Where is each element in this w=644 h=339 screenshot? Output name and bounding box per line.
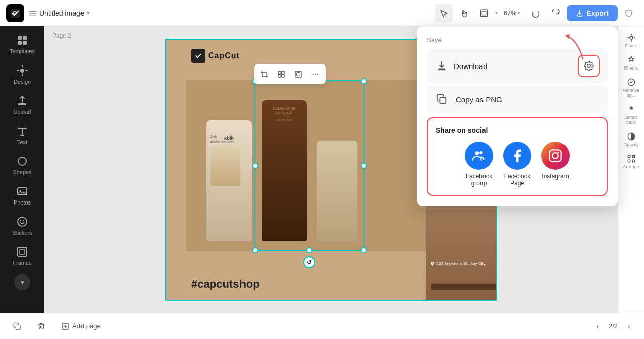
- svg-rect-29: [632, 155, 635, 158]
- canvas-logo-icon: [191, 49, 205, 63]
- copy-png-icon: [435, 92, 449, 106]
- download-row[interactable]: Download: [427, 49, 608, 83]
- svg-point-37: [479, 151, 482, 154]
- context-toolbar: ···: [254, 64, 326, 84]
- svg-rect-34: [438, 69, 446, 71]
- svg-rect-22: [282, 74, 284, 77]
- sidebar-item-stickers[interactable]: Stickers: [3, 212, 41, 240]
- delete-button[interactable]: [32, 319, 50, 333]
- sidebar-item-upload[interactable]: Upload: [3, 91, 41, 119]
- zoom-control[interactable]: 67% ▾: [500, 7, 524, 19]
- svg-rect-21: [278, 74, 281, 77]
- copy-button[interactable]: [8, 319, 26, 333]
- copy-png-label: Copy as PNG: [456, 95, 502, 104]
- svg-rect-24: [297, 72, 300, 76]
- svg-rect-17: [20, 249, 25, 254]
- svg-rect-5: [23, 36, 27, 40]
- canvas-brown-bar: [431, 284, 496, 290]
- undo-button[interactable]: [526, 4, 544, 22]
- svg-point-13: [18, 217, 27, 226]
- product-image-3: [317, 141, 357, 241]
- select-tool-button[interactable]: [435, 4, 453, 22]
- share-social-label: Share on social: [436, 126, 599, 134]
- sidebar-item-shapes[interactable]: Shapes: [3, 151, 41, 179]
- hand-tool-button[interactable]: [455, 4, 473, 22]
- rsb-opacity[interactable]: Opacity: [621, 129, 642, 150]
- file-title[interactable]: Untitled image ▾: [28, 9, 90, 18]
- facebook-page-button[interactable]: FacebookPage: [503, 142, 531, 187]
- page-indicator: 2/2: [609, 322, 618, 330]
- prev-page-button[interactable]: ‹: [591, 319, 605, 333]
- sidebar-collapse-button[interactable]: ▾: [14, 274, 30, 290]
- instagram-icon: [541, 142, 570, 170]
- instagram-button[interactable]: Instagram: [541, 142, 570, 187]
- svg-point-25: [630, 36, 633, 39]
- sidebar-item-text[interactable]: Text: [3, 121, 41, 149]
- add-page-button[interactable]: Add page: [56, 319, 106, 333]
- export-button[interactable]: Export: [567, 5, 618, 21]
- download-settings-button[interactable]: [578, 55, 600, 77]
- copy-png-row[interactable]: Copy as PNG: [427, 85, 608, 113]
- svg-rect-3: [482, 11, 486, 15]
- canvas-hashtag: #capcutshop: [191, 278, 260, 291]
- ctx-mask-button[interactable]: [290, 66, 306, 82]
- facebook-group-icon: [465, 142, 493, 170]
- share-social-box: Share on social Facebookgroup: [427, 117, 608, 196]
- sidebar-item-templates[interactable]: Templates: [3, 30, 41, 58]
- rsb-filters[interactable]: Filters: [621, 30, 642, 51]
- svg-rect-7: [23, 41, 27, 45]
- svg-rect-6: [18, 41, 22, 45]
- frame-tool-button[interactable]: [475, 4, 493, 22]
- save-dropdown-panel: Save Download Copy as PNG Share on socia…: [417, 26, 618, 206]
- svg-rect-23: [295, 71, 301, 77]
- ctx-more-button[interactable]: ···: [307, 66, 324, 82]
- svg-point-14: [20, 220, 21, 221]
- sidebar-item-design[interactable]: Design: [3, 60, 41, 89]
- svg-point-10: [18, 157, 26, 165]
- rsb-arrange[interactable]: Arrange: [621, 151, 642, 172]
- svg-rect-35: [440, 97, 446, 103]
- svg-point-15: [23, 220, 24, 221]
- svg-point-39: [552, 153, 558, 159]
- redo-button[interactable]: [546, 4, 565, 22]
- sidebar-item-photos[interactable]: Photos: [3, 181, 41, 210]
- facebook-page-icon: [503, 142, 531, 170]
- svg-rect-32: [16, 325, 20, 329]
- svg-rect-4: [18, 36, 22, 40]
- app-logo: [6, 4, 24, 22]
- rsb-effects[interactable]: Effects: [621, 52, 642, 74]
- svg-rect-19: [278, 71, 281, 74]
- right-sidebar: Filters Effects Removebg... Smarttools O…: [618, 26, 644, 313]
- download-label: Download: [454, 62, 488, 71]
- page-navigation: ‹ 2/2 ›: [591, 319, 636, 333]
- ctx-replace-button[interactable]: [273, 66, 289, 82]
- rsb-smart-tools[interactable]: Smarttools: [621, 102, 642, 128]
- left-sidebar: Templates Design Upload Text Shapes Phot…: [0, 26, 44, 313]
- page-label: Page 2: [52, 32, 71, 39]
- canvas-brand-logo: CapCut: [191, 49, 240, 63]
- ctx-crop-button[interactable]: [256, 66, 272, 82]
- svg-rect-31: [632, 160, 635, 162]
- svg-point-40: [558, 152, 560, 154]
- svg-rect-20: [282, 71, 284, 74]
- canvas-address: 123 Anywhere St., Any City: [426, 258, 496, 269]
- svg-rect-16: [18, 247, 27, 256]
- sidebar-item-frames[interactable]: Frames: [3, 242, 41, 270]
- svg-rect-9: [18, 103, 26, 105]
- next-page-button[interactable]: ›: [622, 319, 636, 333]
- social-icons-row: Facebookgroup FacebookPage: [436, 142, 599, 187]
- svg-point-36: [475, 151, 479, 155]
- topbar: Untitled image ▾ ▾ 67% ▾ Export: [0, 0, 644, 26]
- shield-button[interactable]: [620, 4, 638, 22]
- facebook-group-button[interactable]: Facebookgroup: [465, 142, 493, 187]
- rotate-handle[interactable]: ↺: [303, 256, 315, 268]
- svg-point-8: [20, 69, 24, 73]
- topbar-tools: ▾ 67% ▾ Export: [435, 4, 638, 22]
- frame-dropdown-icon: ▾: [495, 10, 498, 16]
- svg-rect-38: [549, 150, 561, 161]
- bottom-bar: Add page ‹ 2/2 ›: [0, 313, 644, 339]
- rsb-remove-bg[interactable]: Removebg...: [621, 75, 642, 101]
- product-image-1: Abibdolicho rose lotion: [206, 120, 252, 241]
- product-image-2: CLEAN SATINLIP GLAZE PERIPERA: [262, 100, 307, 241]
- svg-rect-30: [628, 160, 630, 162]
